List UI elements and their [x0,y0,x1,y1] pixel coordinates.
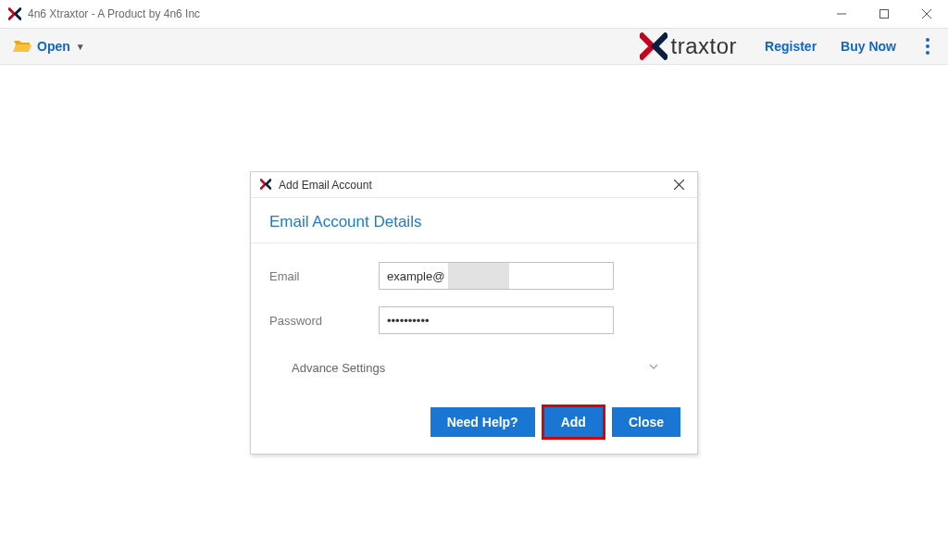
open-label: Open [37,39,70,54]
window-close-button[interactable] [905,0,948,28]
brand-x-icon [640,32,667,60]
window-controls [820,0,948,28]
add-email-account-dialog: Add Email Account Email Account Details … [250,171,698,454]
window-maximize-button[interactable] [863,0,905,28]
brand-text: traxtor [671,33,738,59]
advance-settings-toggle[interactable]: Advance Settings [269,351,679,392]
buy-now-link[interactable]: Buy Now [841,39,896,54]
folder-open-icon [13,38,31,56]
password-field[interactable] [379,306,614,334]
dialog-title: Add Email Account [279,179,372,192]
app-logo-icon [260,179,273,192]
window-titlebar: 4n6 Xtraxtor - A Product by 4n6 Inc [0,0,948,28]
email-label: Email [269,269,379,283]
window-minimize-button[interactable] [820,0,863,28]
brand-logo: traxtor [640,32,738,60]
form-area: Email Password Advance Settings [251,243,697,398]
section-title: Email Account Details [251,198,697,243]
caret-down-icon: ▼ [76,42,85,52]
dialog-button-row: Need Help? Add Close [251,398,697,454]
add-button[interactable]: Add [544,407,603,437]
window-title: 4n6 Xtraxtor - A Product by 4n6 Inc [28,7,200,20]
advance-settings-label: Advance Settings [269,361,385,375]
dialog-header: Add Email Account [251,172,697,198]
main-toolbar: Open ▼ traxtor Register Buy Now [0,28,948,65]
email-field[interactable] [379,262,614,290]
need-help-button[interactable]: Need Help? [430,407,535,437]
password-label: Password [269,314,379,328]
app-logo-icon [7,6,22,21]
chevron-down-icon [647,360,679,376]
close-button[interactable]: Close [612,407,680,437]
open-button[interactable]: Open ▼ [13,38,85,56]
more-menu-button[interactable] [920,32,935,60]
register-link[interactable]: Register [765,39,817,54]
dialog-close-button[interactable] [669,176,688,194]
svg-rect-1 [880,10,889,19]
